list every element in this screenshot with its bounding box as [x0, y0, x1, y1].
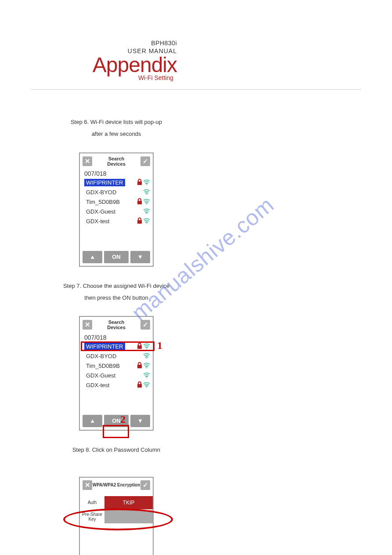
- up-button[interactable]: ▲: [83, 415, 102, 427]
- network-row[interactable]: GDX-Guest: [80, 371, 153, 381]
- network-row[interactable]: Tim_5D0B9B: [80, 197, 153, 207]
- callout-1: 1: [157, 340, 162, 352]
- network-row[interactable]: GDX-BYOD: [80, 352, 153, 361]
- step-7-text: Step 7. Choose the assigned Wi-Fi device…: [63, 280, 169, 304]
- wifi-icon: [143, 198, 150, 206]
- svg-point-7: [146, 367, 147, 368]
- network-row[interactable]: WIFIPRINTER: [80, 342, 153, 352]
- lock-icon: [137, 198, 142, 206]
- divider: [31, 89, 361, 90]
- close-icon[interactable]: ✕: [83, 480, 92, 490]
- svg-point-8: [146, 377, 147, 378]
- network-row[interactable]: WIFIPRINTER: [80, 178, 153, 188]
- svg-point-1: [146, 194, 147, 195]
- on-button[interactable]: ON: [104, 251, 128, 263]
- device-count: 007/018: [80, 168, 153, 178]
- confirm-icon[interactable]: ✓: [140, 156, 150, 166]
- encryption-title: WPA/WPA2 Encryption: [93, 482, 140, 487]
- down-button[interactable]: ▼: [130, 251, 150, 263]
- step-6-text: Step 6. Wi-Fi device lists will pop-up a…: [71, 116, 162, 140]
- lock-icon: [137, 218, 142, 225]
- up-button[interactable]: ▲: [83, 251, 102, 263]
- encryption-panel: ✕ WPA/WPA2 Encryption ✓ Auth TKIP Pre-Sh…: [79, 477, 154, 555]
- wifi-icon: [143, 208, 150, 216]
- page-header: BPH830i USER MANUAL Appendix Wi-Fi Setti…: [31, 40, 361, 81]
- svg-point-2: [146, 203, 147, 204]
- wifi-icon: [143, 362, 150, 370]
- step-8-text: Step 8. Click on Password Column: [72, 444, 160, 456]
- wifi-icon: [143, 381, 150, 389]
- confirm-icon[interactable]: ✓: [140, 320, 150, 330]
- network-row[interactable]: GDX-BYOD: [80, 188, 153, 197]
- close-icon[interactable]: ✕: [83, 320, 92, 330]
- device-count: 007/018: [80, 332, 153, 342]
- search-devices-panel: ✕ SearchDevices ✓ 007/018 WIFIPRINTERGDX…: [79, 152, 154, 267]
- model-number: BPH830i: [31, 40, 177, 47]
- wifi-icon: [143, 352, 150, 360]
- svg-point-5: [146, 348, 147, 349]
- network-name: GDX-test: [84, 381, 111, 389]
- wifi-icon: [143, 189, 150, 196]
- lock-icon: [137, 343, 142, 351]
- lock-icon: [137, 179, 142, 187]
- lock-icon: [137, 362, 142, 370]
- lock-icon: [137, 381, 142, 389]
- auth-value[interactable]: TKIP: [104, 496, 153, 509]
- svg-point-3: [146, 213, 147, 214]
- network-row[interactable]: Tim_5D0B9B: [80, 361, 153, 371]
- network-name: GDX-BYOD: [84, 352, 118, 360]
- network-name: GDX-Guest: [84, 208, 117, 215]
- network-name: Tim_5D0B9B: [84, 198, 122, 206]
- wifi-icon: [143, 218, 150, 225]
- svg-point-4: [146, 223, 147, 224]
- network-name: WIFIPRINTER: [84, 343, 125, 350]
- auth-label: Auth: [80, 497, 104, 508]
- wifi-icon: [143, 343, 150, 351]
- network-row[interactable]: GDX-test: [80, 381, 153, 390]
- psk-input[interactable]: [104, 510, 153, 523]
- wifi-icon: [143, 179, 150, 187]
- psk-label: Pre-ShareKey: [80, 509, 104, 524]
- network-name: GDX-test: [84, 218, 111, 225]
- down-button[interactable]: ▼: [130, 415, 150, 427]
- network-row[interactable]: GDX-Guest: [80, 207, 153, 217]
- search-devices-panel-annotated: ✕ SearchDevices ✓ 007/018 WIFIPRINTERGDX…: [79, 316, 154, 430]
- callout-2: 2: [120, 414, 126, 425]
- panel-title: SearchDevices: [107, 156, 126, 167]
- network-name: Tim_5D0B9B: [84, 362, 122, 370]
- svg-point-6: [146, 358, 147, 359]
- panel-title: SearchDevices: [107, 319, 126, 330]
- network-name: WIFIPRINTER: [84, 179, 125, 186]
- close-icon[interactable]: ✕: [83, 156, 92, 166]
- svg-point-0: [146, 184, 147, 185]
- network-name: GDX-Guest: [84, 372, 117, 379]
- svg-point-9: [146, 387, 147, 388]
- network-name: GDX-BYOD: [84, 189, 118, 196]
- wifi-icon: [143, 372, 150, 380]
- confirm-icon[interactable]: ✓: [140, 480, 150, 490]
- page-title: Appendix: [31, 53, 177, 77]
- network-row[interactable]: GDX-test: [80, 217, 153, 226]
